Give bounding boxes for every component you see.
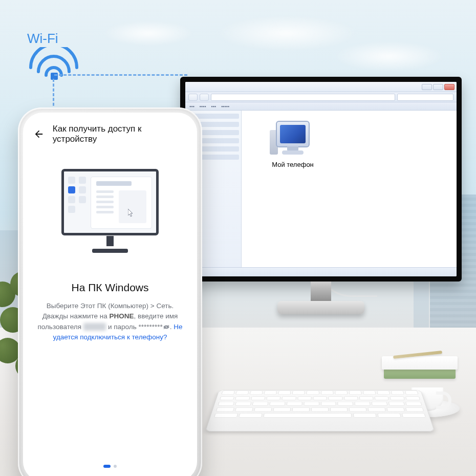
keyboard-decor	[205, 390, 435, 431]
blurred-username: xxxxxx	[83, 323, 106, 331]
phone-screen: Как получить доступ к устройству	[23, 113, 197, 476]
computer-icon	[271, 121, 315, 158]
window-titlebar	[185, 82, 457, 92]
instruction-illustration	[51, 164, 169, 256]
books-decor	[384, 343, 456, 379]
phone-page-title: Как получить доступ к устройству	[53, 124, 187, 144]
monitor-screen: ▪▪▪▪▪▪▪▪▪▪▪▪▪▪▪	[185, 82, 457, 276]
file-explorer-window: ▪▪▪▪▪▪▪▪▪▪▪▪▪▪▪	[185, 82, 457, 276]
cloud	[102, 20, 194, 46]
nav-back-button[interactable]	[188, 94, 198, 101]
connection-line	[54, 74, 187, 76]
explorer-statusbar	[185, 267, 457, 276]
wifi-label: Wi-Fi	[27, 31, 58, 47]
scene-root: Wi-Fi	[0, 0, 476, 476]
explorer-toolbar	[185, 92, 457, 102]
monitor-bezel: ▪▪▪▪▪▪▪▪▪▪▪▪▪▪▪	[180, 77, 462, 282]
instruction-heading: На ПК Windows	[36, 282, 184, 294]
explorer-content: Мой телефон	[242, 111, 457, 267]
instruction-body: На ПК Windows Выберите Этот ПК (Компьюте…	[23, 261, 197, 342]
cursor-icon	[128, 209, 134, 217]
network-device-item[interactable]: Мой телефон	[262, 121, 323, 168]
explorer-menubar: ▪▪▪▪▪▪▪▪▪▪▪▪▪▪▪	[185, 102, 457, 111]
page-indicator	[23, 465, 197, 468]
page-dot[interactable]	[114, 465, 117, 468]
nav-forward-button[interactable]	[200, 94, 209, 101]
address-bar[interactable]	[211, 94, 395, 101]
desktop-monitor: ▪▪▪▪▪▪▪▪▪▪▪▪▪▪▪	[180, 77, 462, 282]
masked-password: *********	[138, 323, 162, 331]
page-dot-active[interactable]	[103, 465, 111, 468]
maximize-button[interactable]	[433, 84, 443, 90]
instruction-text: Выберите Этот ПК (Компьютер) > Сеть. Два…	[36, 301, 184, 342]
cloud	[333, 41, 445, 72]
monitor-stand	[277, 282, 364, 314]
search-input[interactable]	[397, 94, 453, 101]
close-button[interactable]	[444, 84, 455, 90]
network-device-label: Мой телефон	[262, 161, 323, 168]
smartphone: Как получить доступ к устройству	[18, 107, 202, 476]
back-arrow-icon[interactable]	[33, 128, 45, 140]
minimize-button[interactable]	[422, 84, 432, 90]
phone-header: Как получить доступ к устройству	[23, 113, 197, 148]
visibility-off-icon[interactable]	[163, 324, 170, 330]
